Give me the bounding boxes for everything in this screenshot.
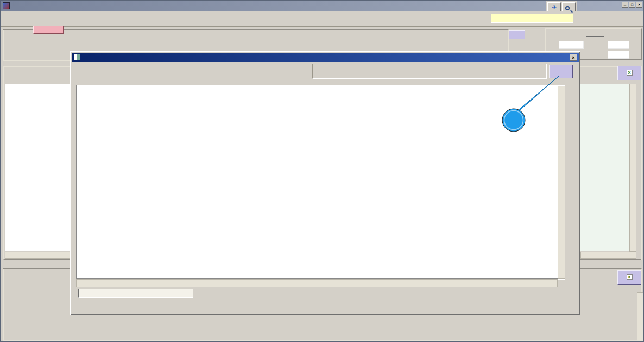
fh-value-field[interactable] — [559, 41, 584, 49]
scrollbar-corner — [558, 279, 565, 287]
user-id-badge — [491, 14, 573, 23]
fc-complt-vscrollbar[interactable] — [629, 84, 636, 252]
fc-complt-table — [580, 84, 629, 251]
excel-icon: X — [627, 274, 633, 280]
app-icon — [3, 2, 10, 9]
apu-fc-value-field[interactable] — [608, 51, 629, 59]
calc-button[interactable] — [586, 29, 604, 37]
fc-complt-hscrollbar[interactable] — [580, 252, 636, 259]
forecast-table — [76, 85, 565, 279]
forecast-hscrollbar[interactable] — [76, 279, 558, 287]
send-plane-icon[interactable]: ✈ — [547, 2, 561, 11]
planning-window: ✈ _ □ × X X × — [0, 0, 644, 342]
search-doc-icon[interactable] — [562, 2, 576, 11]
period-groupbox — [312, 64, 547, 79]
found-records-status — [78, 289, 193, 298]
excel-icon: X — [627, 70, 633, 76]
dialog-icon — [74, 54, 80, 60]
dialog-close-icon[interactable]: × — [570, 54, 577, 61]
dialog-titlebar: × — [72, 53, 579, 62]
dialog-excel-button[interactable] — [549, 65, 573, 78]
minimize-icon[interactable]: _ — [622, 2, 628, 8]
del-mark-button[interactable] — [33, 26, 64, 34]
forecast-planning-dialog: × — [70, 51, 580, 315]
close-icon[interactable]: × — [636, 2, 642, 8]
ac-sched-hscrollbar[interactable] — [5, 252, 73, 259]
component-vscrollbar[interactable] — [637, 292, 643, 342]
component-excel-button[interactable]: X — [617, 270, 641, 285]
ac-sched-table — [5, 84, 73, 251]
restore-icon[interactable]: □ — [629, 2, 635, 8]
apu-fh-value-field[interactable] — [608, 41, 629, 49]
apu-button[interactable] — [509, 30, 525, 39]
forecast-vscrollbar[interactable] — [558, 86, 565, 279]
ac-sched-excel-button[interactable]: X — [617, 66, 641, 80]
